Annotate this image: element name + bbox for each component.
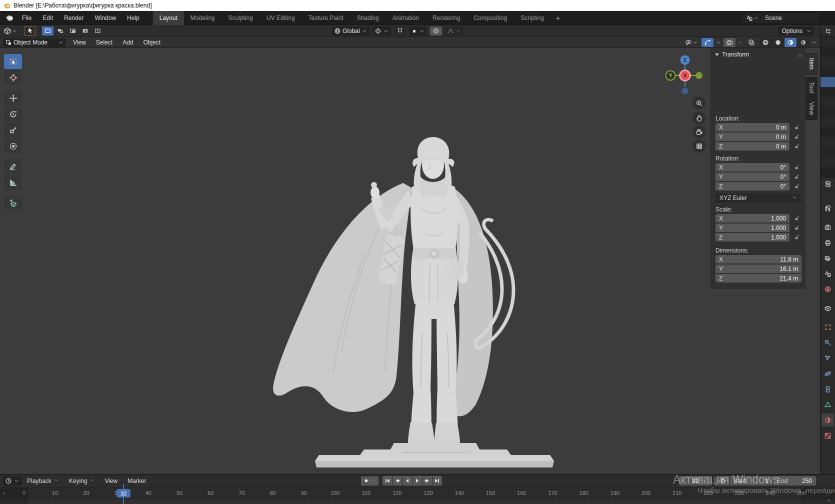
select-intersect-button[interactable] — [92, 26, 104, 36]
outliner-row[interactable] — [820, 67, 835, 77]
nav-hand-button[interactable] — [692, 112, 706, 124]
outliner-row-selected[interactable] — [820, 77, 835, 87]
editor-type-button[interactable] — [2, 26, 19, 36]
tool-transform-button[interactable] — [4, 138, 22, 154]
menu-edit[interactable]: Edit — [37, 14, 58, 22]
properties-tab-texture[interactable] — [822, 429, 834, 442]
timeline-menu-playback[interactable]: Playback — [22, 478, 64, 484]
workspace-tab-layout[interactable]: Layout — [153, 11, 184, 25]
outliner-row[interactable] — [820, 137, 835, 147]
current-frame-field[interactable]: 32 — [679, 476, 712, 486]
lock-icon[interactable] — [792, 182, 800, 190]
properties-tab-physics[interactable] — [822, 367, 834, 380]
lock-icon[interactable] — [792, 123, 800, 132]
gizmos-toggle[interactable] — [702, 38, 714, 47]
outliner-row[interactable] — [820, 147, 835, 157]
viewport-3d[interactable]: Z Y X Transform Location:X0 mY0 mZ0 mRot… — [0, 48, 820, 474]
lock-icon[interactable] — [792, 142, 800, 150]
nav-zoom-button[interactable] — [692, 96, 706, 110]
outliner-row[interactable] — [820, 37, 835, 47]
properties-tab-object-data[interactable] — [822, 398, 834, 411]
jump-start-button[interactable] — [382, 476, 392, 486]
next-keyframe-button[interactable] — [422, 476, 432, 486]
field-x[interactable]: X0 m — [716, 123, 790, 132]
workspace-tab-animation[interactable]: Animation — [386, 11, 426, 25]
playhead[interactable]: 32 — [116, 489, 130, 498]
xray-toggle[interactable] — [746, 38, 758, 47]
outliner-row[interactable] — [820, 117, 835, 127]
menu-file[interactable]: File — [16, 14, 37, 22]
mode-dropdown[interactable]: Object Mode — [3, 38, 66, 47]
properties-tab-output[interactable] — [822, 236, 834, 249]
overlays-toggle[interactable] — [724, 38, 736, 47]
transform-panel-header[interactable]: Transform — [711, 48, 806, 61]
sidebar-tab-view[interactable]: View — [806, 97, 818, 120]
lock-icon[interactable] — [792, 233, 800, 242]
properties-tab-material[interactable] — [822, 414, 834, 426]
options-dropdown[interactable]: Options — [778, 26, 814, 36]
tool-add-cube-button[interactable] — [4, 196, 22, 210]
chevron-down-icon[interactable] — [738, 40, 744, 46]
scene-selector[interactable]: Scene — [743, 13, 819, 23]
workspace-tab-compositing[interactable]: Compositing — [467, 11, 514, 25]
snap-toggle[interactable] — [394, 26, 406, 36]
shading-wireframe-button[interactable] — [760, 38, 772, 47]
outliner-row[interactable] — [820, 97, 835, 107]
visibility-dropdown[interactable] — [683, 38, 700, 47]
menu-render[interactable]: Render — [58, 14, 89, 22]
outliner-row[interactable] — [820, 107, 835, 117]
select-new-button[interactable] — [42, 26, 54, 36]
field-x[interactable]: X1.000 — [716, 214, 790, 222]
sidebar-tab-tool[interactable]: Tool — [806, 77, 818, 98]
tool-cursor-button[interactable] — [4, 70, 22, 85]
outliner-row[interactable] — [820, 47, 835, 57]
prev-keyframe-button[interactable] — [392, 476, 402, 486]
timeline-tracks[interactable] — [0, 498, 835, 504]
navigation-gizmo[interactable]: Z Y X — [664, 51, 706, 99]
tool-scale-button[interactable] — [4, 122, 22, 138]
rotation-mode-dropdown[interactable]: XYZ Euler — [716, 194, 802, 202]
workspace-tab-uv-editing[interactable]: UV Editing — [260, 11, 302, 25]
chevron-down-icon[interactable] — [811, 40, 817, 46]
properties-tab-world[interactable] — [822, 282, 834, 296]
properties-tab-modifiers[interactable] — [822, 336, 834, 349]
field-y[interactable]: Y1.000 — [716, 224, 790, 232]
properties-tab-tool[interactable] — [822, 202, 834, 214]
properties-tab-view-layer[interactable] — [822, 252, 834, 264]
timeline-editor-button[interactable] — [3, 476, 22, 486]
field-x[interactable]: X11.8 m — [716, 255, 802, 264]
shading-material-preview-button[interactable] — [784, 38, 796, 47]
lock-icon[interactable] — [792, 132, 800, 141]
orientation-dropdown[interactable]: Global — [332, 26, 370, 36]
properties-tab-render[interactable] — [822, 220, 834, 234]
timeline-menu-marker[interactable]: Marker — [122, 478, 151, 484]
field-x[interactable]: X0° — [716, 163, 790, 172]
field-y[interactable]: Y0 m — [716, 132, 790, 141]
shading-rendered-button[interactable] — [797, 38, 809, 47]
viewport-menu-add[interactable]: Add — [118, 39, 138, 46]
workspace-tab-texture-paint[interactable]: Texture Paint — [302, 11, 350, 25]
active-tool-tweak-button[interactable] — [24, 26, 36, 36]
timeline-menu-keying[interactable]: Keying — [64, 478, 100, 484]
jump-end-button[interactable] — [432, 476, 442, 486]
nav-camera-button[interactable] — [692, 126, 706, 138]
nav-grid-button[interactable] — [692, 140, 706, 152]
workspace-tab-modeling[interactable]: Modeling — [184, 11, 222, 25]
tool-move-button[interactable] — [4, 90, 22, 106]
select-subtract-button[interactable] — [67, 26, 78, 36]
lock-icon[interactable] — [792, 172, 800, 181]
shading-solid-button[interactable] — [772, 38, 784, 47]
end-frame-field[interactable]: End 250 — [773, 476, 816, 486]
outliner-header[interactable] — [820, 25, 835, 37]
field-z[interactable]: Z1.000 — [716, 233, 790, 242]
statue-model[interactable] — [235, 123, 585, 468]
outliner-row[interactable] — [820, 57, 835, 67]
outliner-row[interactable] — [820, 157, 835, 167]
select-extend-button[interactable] — [54, 26, 66, 36]
field-z[interactable]: Z21.4 m — [716, 274, 802, 282]
preview-range-button[interactable] — [716, 476, 729, 486]
timeline-menu-view[interactable]: View — [100, 478, 122, 484]
properties-header[interactable] — [820, 178, 835, 190]
workspace-tab-shading[interactable]: Shading — [350, 11, 386, 25]
properties-tab-collection[interactable] — [822, 302, 834, 314]
